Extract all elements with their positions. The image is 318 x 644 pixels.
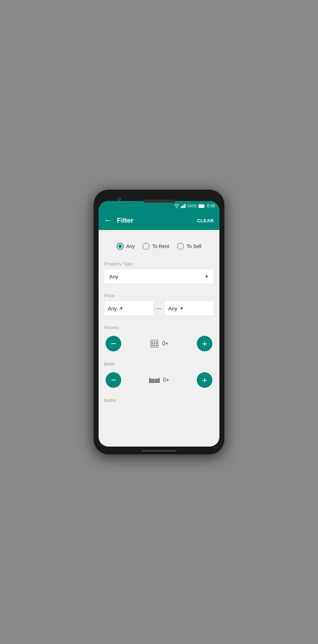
radio-sell[interactable]: To Sell (177, 243, 201, 250)
svg-rect-17 (149, 378, 151, 383)
rooms-increment-button[interactable]: + (197, 336, 212, 351)
beds-value-display: 0+ (149, 376, 169, 384)
svg-rect-20 (151, 379, 154, 381)
svg-rect-0 (181, 206, 182, 208)
svg-rect-8 (154, 341, 155, 343)
beds-value-text: 0+ (163, 377, 169, 383)
price-min-dropdown[interactable]: Any ▼ (104, 301, 153, 316)
svg-rect-21 (155, 379, 158, 381)
radio-any-circle (117, 243, 124, 250)
baths-label: Baths (104, 398, 214, 403)
property-type-dropdown[interactable]: Any ▼ (104, 269, 214, 284)
beds-decrement-button[interactable]: − (106, 372, 121, 388)
svg-rect-10 (152, 343, 153, 344)
price-min-arrow: ▼ (119, 306, 124, 311)
toolbar: ← Filter CLEAR (99, 211, 219, 230)
svg-rect-14 (154, 345, 155, 346)
svg-rect-12 (156, 343, 157, 344)
property-type-value: Any (109, 274, 118, 280)
phone-screen: 100% 6:00 ← Filter CLEAR (99, 201, 219, 447)
property-type-arrow: ▼ (204, 274, 209, 279)
svg-rect-5 (204, 205, 205, 207)
clear-button[interactable]: CLEAR (197, 218, 214, 223)
phone-frame: 100% 6:00 ← Filter CLEAR (94, 190, 224, 454)
radio-rent-label: To Rent (152, 243, 169, 249)
radio-rent-circle (142, 243, 149, 250)
price-separator: — (156, 305, 162, 312)
svg-rect-7 (152, 341, 153, 343)
radio-sell-circle (177, 243, 184, 250)
battery-icon (199, 204, 205, 208)
price-row: Any ▼ — Any ▼ (104, 301, 214, 316)
radio-any-label: Any (126, 243, 135, 249)
price-max-value: Any (168, 305, 177, 311)
svg-rect-9 (156, 341, 157, 343)
svg-rect-18 (158, 378, 160, 383)
status-icons: 100% 6:00 (174, 203, 216, 208)
svg-rect-1 (182, 206, 183, 208)
back-button[interactable]: ← (104, 216, 112, 225)
svg-rect-11 (154, 343, 155, 344)
price-max-dropdown[interactable]: Any ▼ (165, 301, 214, 316)
rooms-value-display: 0+ (149, 339, 169, 349)
rooms-value-text: 0+ (162, 340, 169, 347)
beds-label: Beds (104, 361, 214, 367)
svg-rect-13 (152, 345, 153, 346)
beds-icon (149, 376, 160, 384)
page-title: Filter (117, 217, 197, 224)
phone-home-indicator (141, 450, 177, 452)
beds-increment-button[interactable]: + (197, 372, 212, 388)
rooms-decrement-button[interactable]: − (106, 336, 121, 351)
rooms-label: Rooms (104, 325, 214, 330)
time-display: 6:00 (207, 203, 215, 208)
wifi-icon (174, 204, 179, 208)
price-min-value: Any (108, 305, 117, 311)
radio-any[interactable]: Any (117, 243, 135, 250)
beds-stepper: − 0+ + (104, 369, 214, 395)
camera (118, 197, 121, 201)
radio-rent[interactable]: To Rent (142, 243, 169, 250)
listing-type-group: Any To Rent To Sell (104, 237, 214, 258)
filter-content: Any To Rent To Sell Property Type Any ▼ … (99, 230, 219, 447)
svg-rect-15 (156, 345, 157, 346)
battery-text: 100% (187, 204, 197, 208)
signal-icon (181, 204, 186, 208)
price-label: Price (104, 293, 214, 298)
svg-rect-3 (184, 204, 186, 208)
radio-any-inner (118, 245, 122, 248)
status-bar: 100% 6:00 (99, 201, 219, 211)
rooms-building-icon (149, 339, 159, 349)
svg-rect-4 (199, 205, 204, 208)
rooms-stepper: − 0+ (104, 333, 214, 358)
property-type-label: Property Type (104, 261, 214, 266)
svg-rect-2 (183, 205, 184, 208)
price-max-arrow: ▼ (179, 306, 184, 311)
radio-sell-label: To Sell (187, 243, 201, 249)
